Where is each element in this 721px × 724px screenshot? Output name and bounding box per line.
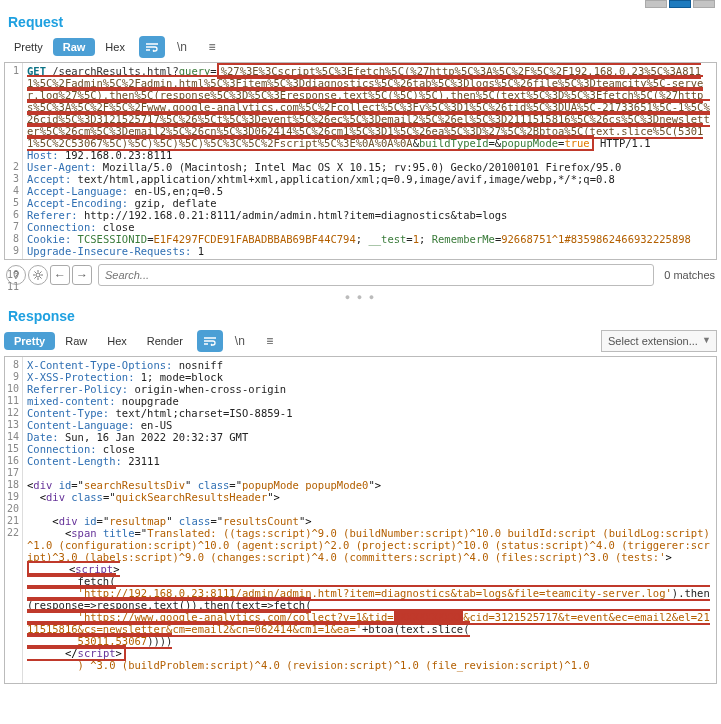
response-tab-raw[interactable]: Raw [55,332,97,350]
request-code-panel: 1 2 3 4 5 6 7 8 9 10 11 GET /searchResul… [4,62,717,260]
request-tab-raw[interactable]: Raw [53,38,96,56]
layout-switcher [0,0,721,10]
extension-select[interactable]: Select extension... [601,330,717,352]
request-tab-pretty[interactable]: Pretty [4,38,53,56]
resize-handle[interactable]: ● ● ● [0,290,721,304]
search-input[interactable] [98,264,654,286]
response-gutter: 8 9 10 11 12 13 14 15 16 17 18 19 20 21 … [5,357,23,683]
request-gutter: 1 2 3 4 5 6 7 8 9 10 11 [5,63,23,259]
response-title: Response [0,304,721,330]
search-next-button[interactable]: → [72,265,92,285]
word-wrap-icon [203,336,217,346]
newline-toggle[interactable]: \n [169,36,195,58]
search-prev-button[interactable]: ← [50,265,70,285]
response-tab-hex[interactable]: Hex [97,332,137,350]
response-code-panel: 8 9 10 11 12 13 14 15 16 17 18 19 20 21 … [4,356,717,684]
gear-icon [32,269,44,281]
decoded-script-highlight: <script> fetch( 'http://192.168.0.23:811… [27,561,710,661]
redacted-tid: XXXXXXXXXXX [394,611,464,623]
request-title: Request [0,10,721,36]
request-code[interactable]: GET /searchResults.html?query=%27%3E%3Cs… [23,63,716,259]
settings-button[interactable] [28,265,48,285]
response-tab-pretty[interactable]: Pretty [4,332,55,350]
svg-point-0 [36,273,40,277]
response-toolbar: Pretty Raw Hex Render \n ≡ Select extens… [0,330,721,356]
request-menu-button[interactable]: ≡ [199,36,225,58]
request-tab-hex[interactable]: Hex [95,38,135,56]
response-tab-render[interactable]: Render [137,332,193,350]
response-menu-button[interactable]: ≡ [257,330,283,352]
request-search-bar: ? ← → 0 matches [0,260,721,290]
response-code[interactable]: X-Content-Type-Options: nosniff X-XSS-Pr… [23,357,716,673]
word-wrap-icon [145,42,159,52]
response-newline-toggle[interactable]: \n [227,330,253,352]
layout-split-button[interactable] [669,0,691,8]
layout-right-button[interactable] [693,0,715,8]
match-count: 0 matches [664,269,715,281]
word-wrap-toggle[interactable] [139,36,165,58]
layout-left-button[interactable] [645,0,667,8]
request-toolbar: Pretty Raw Hex \n ≡ [0,36,721,62]
response-word-wrap-toggle[interactable] [197,330,223,352]
